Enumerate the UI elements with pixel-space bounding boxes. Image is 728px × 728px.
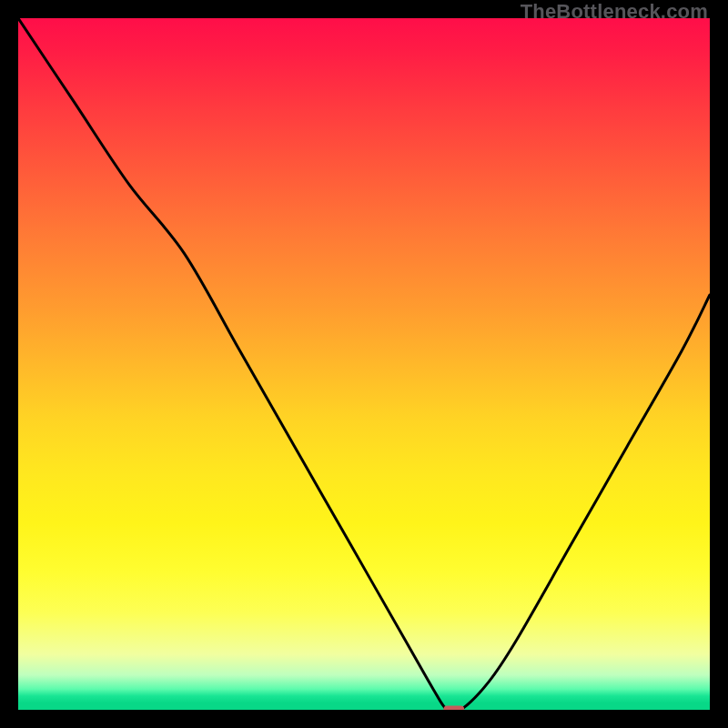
bottleneck-curve (18, 18, 710, 710)
chart-frame: TheBottleneck.com (0, 0, 728, 728)
minimum-marker (443, 705, 464, 710)
plot-area (18, 18, 710, 710)
